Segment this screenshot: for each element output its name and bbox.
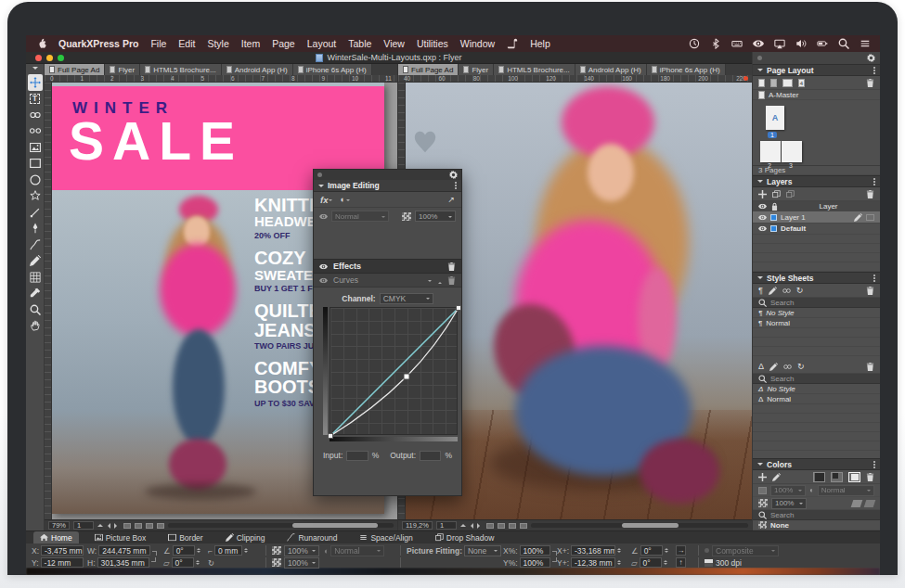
picture-opacity-dropdown[interactable]: 100% [284, 557, 319, 569]
x-field[interactable]: -3,475 mm [41, 545, 84, 556]
box-opacity-dropdown[interactable]: 100% [284, 545, 319, 556]
para-style-normal[interactable]: ¶ Normal [753, 318, 880, 328]
tab-drop-shadow[interactable]: Drop Shadow [429, 531, 501, 543]
collapse-triangle-icon[interactable] [318, 185, 324, 190]
visibility-eye-icon[interactable] [319, 276, 328, 285]
curves-effect-row[interactable]: Curves [314, 274, 461, 288]
split-horizontal-icon[interactable] [135, 523, 142, 529]
stepper[interactable] [196, 558, 200, 567]
battery-icon[interactable] [817, 38, 828, 49]
trash-icon[interactable] [866, 79, 874, 87]
w-field[interactable]: 244,475 mm [98, 545, 150, 556]
page-layout-header[interactable]: Page Layout [753, 64, 880, 76]
fx-effects-button[interactable]: fx [320, 195, 332, 205]
trash-icon[interactable] [866, 190, 874, 198]
char-style-normal[interactable]: Δ Normal [753, 394, 880, 404]
keyboard-icon[interactable] [731, 38, 743, 49]
blank-page-icon[interactable] [758, 79, 765, 87]
starburst-tool[interactable] [28, 188, 43, 205]
trash-icon[interactable] [866, 287, 874, 295]
page-1-thumbnail[interactable]: A [766, 106, 784, 130]
spotlight-icon[interactable] [838, 38, 849, 49]
stepper[interactable] [197, 546, 200, 555]
update-style-icon[interactable]: ↻ [797, 362, 805, 371]
stepper[interactable] [617, 558, 621, 567]
pencil-tool[interactable] [28, 253, 43, 270]
stepper[interactable] [665, 546, 668, 555]
blend-mode-dropdown[interactable]: Normal [818, 485, 874, 496]
blend-mode-dropdown[interactable]: Normal [330, 545, 384, 556]
split-horizontal-icon[interactable] [498, 523, 505, 529]
panel-menu-icon[interactable] [873, 181, 875, 183]
stepper[interactable] [664, 558, 667, 567]
curves-graph[interactable] [323, 307, 458, 441]
layer-row-layer1[interactable]: Layer 1 [753, 211, 880, 224]
bezier-pen-tool[interactable] [28, 221, 43, 237]
menu-page[interactable]: Page [272, 38, 295, 49]
menu-edit[interactable]: Edit [178, 38, 195, 49]
opacity-dropdown[interactable]: 100% [415, 211, 456, 222]
wh-link-icon[interactable] [152, 551, 157, 556]
menu-file[interactable]: File [150, 38, 166, 49]
menu-style[interactable]: Style [207, 38, 228, 49]
menu-view[interactable]: View [383, 38, 405, 49]
collapse-triangle-icon[interactable] [757, 180, 763, 185]
tab-clipping[interactable]: Clipping [219, 531, 272, 543]
gradient-icon-2[interactable] [864, 500, 876, 507]
time-machine-icon[interactable] [689, 38, 700, 49]
colors-header[interactable]: Colors [753, 458, 880, 470]
tab-html5-brochure[interactable]: HTML5 Brochure... [494, 64, 575, 75]
tab-picture-box[interactable]: Picture Box [88, 531, 152, 543]
trash-icon[interactable] [447, 262, 456, 271]
paragraph-style-search[interactable]: Search [753, 298, 880, 308]
tools-collapse-icon[interactable] [32, 67, 38, 72]
menu-layout[interactable]: Layout [307, 38, 337, 49]
page-2-number[interactable]: 2 [768, 162, 771, 169]
zoom-level-field[interactable]: 79% [48, 521, 70, 530]
export-view-icon[interactable] [520, 523, 527, 529]
bluetooth-icon[interactable] [710, 38, 721, 49]
menu-help[interactable]: Help [530, 38, 550, 49]
edit-style-icon[interactable] [769, 287, 777, 295]
merge-layer-icon[interactable] [786, 190, 795, 198]
picture-angle-field[interactable]: 0° [640, 545, 663, 556]
colors-search[interactable]: Search [753, 510, 880, 520]
page-1-number[interactable]: 1 [768, 132, 777, 138]
skew-field[interactable]: 0° [172, 557, 194, 568]
y-offset-field[interactable]: -12,38 mm [571, 557, 615, 568]
tab-space-align[interactable]: Space/Align [353, 531, 419, 543]
unlink-tool[interactable] [28, 123, 43, 140]
flip-vertical-button[interactable]: ↑ [676, 557, 686, 568]
curve-plot-area[interactable] [330, 307, 458, 435]
color-output-dropdown[interactable]: Composite [712, 545, 779, 556]
menu-item[interactable]: Item [241, 38, 260, 49]
rotation-field[interactable]: 0° [173, 545, 195, 556]
eyedropper-tool[interactable] [28, 286, 43, 302]
trash-icon[interactable] [866, 363, 874, 371]
edit-style-icon[interactable] [769, 363, 778, 371]
stepper[interactable] [617, 546, 621, 555]
collapse-triangle-icon[interactable] [757, 276, 763, 282]
edit-color-icon[interactable] [772, 473, 781, 481]
numbered-page-icon[interactable]: 4 [798, 79, 805, 87]
background-color-mode-button[interactable] [848, 472, 860, 482]
tab-iphone-app[interactable]: iPhone 6s App (H) [293, 64, 372, 75]
page-up-icon[interactable] [97, 521, 103, 527]
x-offset-field[interactable]: -33,168 mm [571, 545, 615, 556]
volume-icon[interactable] [795, 38, 807, 49]
prev-page-icon[interactable] [468, 523, 473, 529]
shade-dropdown[interactable]: 100% [770, 485, 806, 496]
add-color-icon[interactable] [758, 473, 767, 481]
tab-html5-brochure[interactable]: HTML5 Brochure... [140, 64, 222, 75]
menu-utilities[interactable]: Utilities [417, 38, 448, 49]
rectangle-box-tool[interactable] [28, 156, 43, 173]
collapse-triangle-icon[interactable] [757, 463, 763, 468]
link-style-icon[interactable] [783, 363, 792, 371]
window-title-bar[interactable]: WinterSale-Multi-Layouts.qxp : Flyer [26, 52, 752, 64]
tab-flyer[interactable]: Flyer [105, 64, 140, 75]
tab-iphone-app[interactable]: iPhone 6s App (H) [647, 64, 726, 75]
color-row-none[interactable]: None [753, 520, 880, 530]
picture-content-tool[interactable] [28, 139, 43, 156]
h-field[interactable]: 301,345 mm [97, 557, 149, 568]
split-vertical-icon[interactable] [509, 523, 516, 529]
